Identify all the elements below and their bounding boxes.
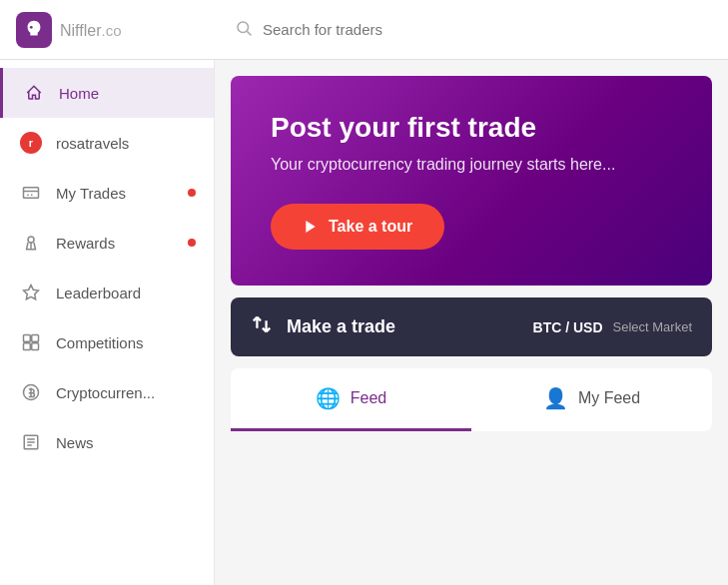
feed-tab-label: Feed	[351, 389, 386, 407]
svg-marker-9	[24, 286, 39, 299]
logo-icon	[16, 12, 52, 48]
sidebar-item-leaderboard[interactable]: Leaderboard	[0, 268, 214, 317]
feed-tabs: 🌐 Feed 👤 My Feed	[231, 368, 712, 431]
svg-line-2	[247, 31, 251, 35]
home-icon	[23, 82, 45, 104]
logo-text: Niffler.co	[60, 18, 122, 41]
svg-marker-19	[306, 221, 315, 233]
search-input[interactable]	[263, 21, 708, 38]
news-icon	[20, 431, 42, 453]
tab-my-feed[interactable]: 👤 My Feed	[471, 368, 712, 431]
take-a-tour-button[interactable]: Take a tour	[271, 204, 444, 250]
sidebar-item-rewards-label: Rewards	[56, 235, 115, 252]
main-layout: Home r rosatravels My Trades	[0, 60, 728, 585]
trade-label: Make a trade	[287, 316, 533, 337]
sidebar-item-home-label: Home	[59, 85, 99, 102]
sidebar-item-my-trades-label: My Trades	[56, 185, 126, 202]
sidebar-item-news-label: News	[56, 434, 94, 451]
sidebar: Home r rosatravels My Trades	[0, 60, 215, 585]
competitions-icon	[20, 331, 42, 353]
logo-suffix: .co	[102, 22, 122, 39]
feed-globe-icon: 🌐	[316, 386, 341, 410]
sidebar-item-home[interactable]: Home	[0, 68, 214, 118]
svg-rect-12	[24, 343, 31, 350]
tab-feed[interactable]: 🌐 Feed	[231, 368, 471, 431]
hero-title: Post your first trade	[271, 112, 672, 144]
sidebar-item-rosatravels[interactable]: r rosatravels	[0, 118, 214, 168]
hero-card: Post your first trade Your cryptocurrenc…	[231, 76, 712, 286]
my-feed-tab-label: My Feed	[578, 389, 640, 407]
sidebar-item-cryptocurrency-label: Cryptocurren...	[56, 384, 155, 401]
leaderboard-icon	[20, 282, 42, 303]
sidebar-item-cryptocurrency[interactable]: Cryptocurren...	[0, 367, 214, 417]
select-market-button[interactable]: Select Market	[613, 319, 692, 334]
rewards-badge	[188, 239, 196, 247]
svg-rect-3	[24, 188, 39, 199]
svg-rect-13	[32, 343, 39, 350]
trades-badge	[188, 189, 196, 197]
crypto-icon	[20, 381, 42, 403]
logo-name: Niffler	[60, 22, 102, 39]
trade-icon	[251, 313, 273, 340]
sidebar-item-rosatravels-label: rosatravels	[56, 135, 129, 152]
sidebar-item-news[interactable]: News	[0, 417, 214, 467]
header: Niffler.co	[0, 0, 728, 60]
logo-area: Niffler.co	[0, 12, 215, 48]
rewards-icon	[20, 232, 42, 254]
sidebar-item-my-trades[interactable]: My Trades	[0, 168, 214, 218]
search-icon	[235, 19, 253, 41]
svg-point-0	[30, 25, 33, 28]
sidebar-item-competitions-label: Competitions	[56, 334, 144, 351]
sidebar-item-rewards[interactable]: Rewards	[0, 218, 214, 268]
search-area	[215, 19, 728, 41]
tour-button-label: Take a tour	[329, 218, 412, 236]
trade-market: BTC / USD Select Market	[533, 319, 692, 335]
user-avatar: r	[20, 132, 42, 154]
content-area: Post your first trade Your cryptocurrenc…	[215, 60, 728, 585]
market-pair: BTC / USD	[533, 319, 603, 335]
trades-icon	[20, 182, 42, 204]
my-feed-user-icon: 👤	[543, 386, 568, 410]
svg-rect-11	[32, 335, 39, 342]
svg-point-1	[238, 22, 249, 33]
svg-rect-10	[24, 335, 31, 342]
trade-bar[interactable]: Make a trade BTC / USD Select Market	[231, 297, 712, 356]
sidebar-item-leaderboard-label: Leaderboard	[56, 285, 141, 301]
sidebar-item-competitions[interactable]: Competitions	[0, 317, 214, 367]
svg-point-7	[28, 237, 34, 243]
hero-subtitle: Your cryptocurrency trading journey star…	[271, 154, 672, 176]
